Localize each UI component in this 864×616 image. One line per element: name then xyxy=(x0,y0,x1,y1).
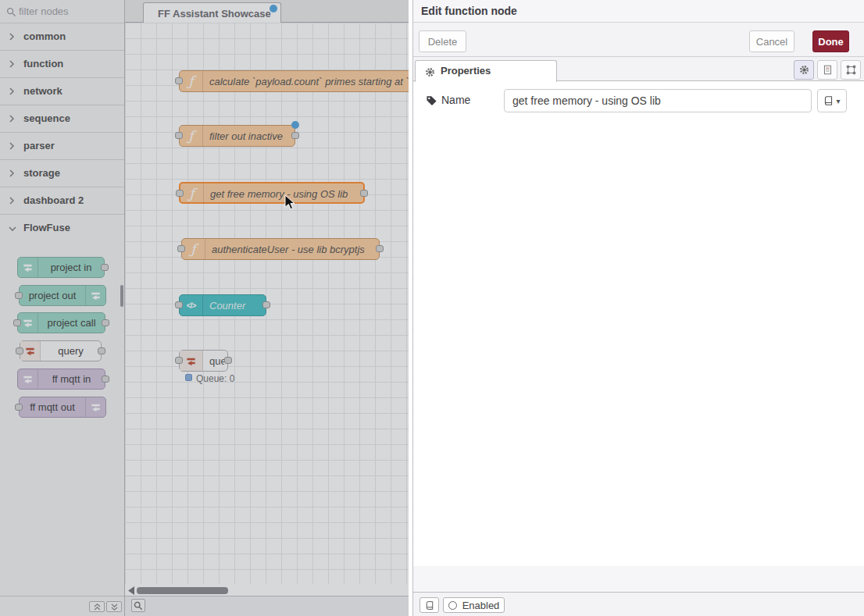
cancel-button[interactable]: Cancel xyxy=(749,30,794,52)
done-button[interactable]: Done xyxy=(812,30,849,52)
workspace-shade-overlay xyxy=(0,0,409,616)
library-button[interactable]: ▾ xyxy=(817,89,847,112)
properties-icon-button[interactable] xyxy=(794,60,814,80)
editor-spacer xyxy=(413,566,864,592)
enabled-toggle-button[interactable]: Enabled xyxy=(443,597,505,613)
gear-icon xyxy=(425,67,435,77)
description-icon-button[interactable] xyxy=(817,60,837,80)
library-footer-button[interactable] xyxy=(420,597,439,613)
book-icon xyxy=(425,600,434,611)
node-red-editor: filter nodes common function network seq… xyxy=(0,0,864,616)
caret-down-icon: ▾ xyxy=(836,97,840,105)
gear-icon xyxy=(799,65,809,75)
tray-title: Edit function node xyxy=(421,5,517,17)
enabled-state-icon xyxy=(448,601,457,610)
book-icon xyxy=(823,95,834,106)
enabled-label: Enabled xyxy=(462,600,500,611)
edit-dialog-tab-bar: Properties xyxy=(413,57,864,81)
mouse-cursor xyxy=(284,194,296,211)
name-label: Name xyxy=(441,94,470,106)
tray-toolbar: Delete Cancel Done xyxy=(413,23,864,57)
tray-resize-handle[interactable] xyxy=(412,0,413,616)
tray-header: Edit function node xyxy=(413,0,864,23)
document-icon xyxy=(823,65,833,75)
tab-properties[interactable]: Properties xyxy=(415,60,557,82)
tag-icon xyxy=(426,94,437,106)
appearance-icon xyxy=(846,65,856,75)
name-input[interactable] xyxy=(504,89,812,112)
tray-footer: Enabled xyxy=(413,592,864,616)
delete-button[interactable]: Delete xyxy=(419,30,466,52)
appearance-icon-button[interactable] xyxy=(841,60,861,80)
